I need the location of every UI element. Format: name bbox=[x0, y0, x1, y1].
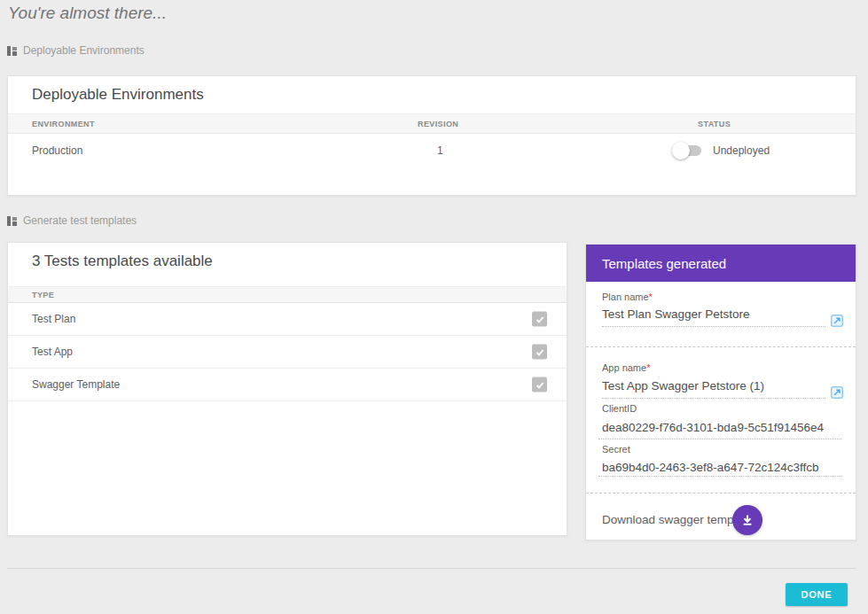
edit-app-name-icon[interactable] bbox=[831, 386, 843, 399]
checkmark-icon bbox=[535, 346, 545, 357]
table-header: TYPE bbox=[8, 286, 567, 303]
revision-value: 1 bbox=[437, 144, 443, 157]
footer-divider bbox=[7, 568, 856, 569]
section-label-text: Deployable Environments bbox=[23, 44, 145, 57]
column-header-type: TYPE bbox=[32, 291, 54, 299]
section-label-text: Generate test templates bbox=[23, 214, 137, 227]
required-asterisk: * bbox=[646, 362, 650, 373]
table-row-test-app: Test App bbox=[8, 336, 567, 369]
table-header: ENVIRONMENT REVISION STATUS bbox=[8, 113, 856, 134]
templates-generated-card: Templates generated Plan name* Test Plan… bbox=[585, 244, 856, 540]
grid-icon bbox=[7, 46, 17, 56]
template-type-label: Swagger Template bbox=[32, 378, 120, 391]
template-type-label: Test App bbox=[32, 346, 73, 358]
card-title: 3 Tests templates available bbox=[32, 253, 213, 270]
download-button[interactable] bbox=[732, 505, 762, 535]
table-row-swagger-template: Swagger Template bbox=[8, 369, 567, 401]
deploy-toggle[interactable] bbox=[672, 142, 702, 159]
toggle-knob bbox=[672, 142, 690, 159]
table-row: Production 1 Undeployed bbox=[8, 134, 856, 167]
checkmark-icon bbox=[535, 314, 545, 324]
deployable-environments-card: Deployable Environments ENVIRONMENT REVI… bbox=[7, 75, 856, 196]
download-swagger-template-label: Download swagger template bbox=[602, 513, 753, 526]
dashed-divider bbox=[586, 493, 856, 494]
status-label: Undeployed bbox=[713, 144, 770, 157]
checkbox-checked[interactable] bbox=[532, 312, 547, 327]
table-row-test-plan: Test Plan bbox=[8, 303, 567, 336]
column-header-status: STATUS bbox=[698, 120, 731, 128]
checkbox-checked[interactable] bbox=[532, 377, 547, 392]
field-underline bbox=[598, 439, 841, 439]
field-underline bbox=[598, 476, 841, 477]
template-type-label: Test Plan bbox=[32, 313, 75, 325]
card-title: Deployable Environments bbox=[32, 86, 204, 104]
edit-plan-name-icon[interactable] bbox=[831, 315, 843, 327]
page-title: You're almost there... bbox=[8, 4, 167, 23]
section-label-generate-test-templates: Generate test templates bbox=[7, 214, 137, 227]
test-templates-card: 3 Tests templates available TYPE Test Pl… bbox=[7, 242, 567, 536]
field-underline bbox=[602, 326, 825, 327]
app-name-label: App name* bbox=[602, 362, 650, 373]
done-button[interactable]: DONE bbox=[786, 583, 848, 606]
column-header-environment: ENVIRONMENT bbox=[32, 120, 95, 128]
header-title: Templates generated bbox=[602, 256, 726, 271]
secret-label: Secret bbox=[602, 444, 630, 455]
plan-name-label: Plan name* bbox=[602, 291, 653, 302]
plan-name-field[interactable]: Test Plan Swagger Petstore bbox=[602, 307, 750, 321]
download-icon bbox=[741, 514, 754, 526]
app-name-field[interactable]: Test App Swagger Petstore (1) bbox=[602, 379, 764, 392]
environment-name: Production bbox=[32, 144, 82, 157]
page: You're almost there... Deployable Enviro… bbox=[0, 0, 868, 614]
checkbox-checked[interactable] bbox=[532, 345, 547, 360]
templates-generated-header: Templates generated bbox=[586, 245, 856, 282]
field-underline bbox=[602, 398, 825, 399]
secret-value: ba69b4d0-2463-3ef8-a647-72c124c3ffcb bbox=[602, 461, 818, 474]
required-asterisk: * bbox=[649, 291, 653, 302]
column-header-revision: REVISION bbox=[418, 120, 458, 128]
client-id-value: dea80229-f76d-3101-bda9-5c51f91456e4 bbox=[602, 421, 824, 434]
grid-icon bbox=[7, 216, 17, 226]
section-label-deployable-environments: Deployable Environments bbox=[7, 44, 145, 57]
client-id-label: ClientID bbox=[602, 403, 637, 414]
checkmark-icon bbox=[535, 379, 545, 390]
dashed-divider bbox=[586, 346, 856, 347]
